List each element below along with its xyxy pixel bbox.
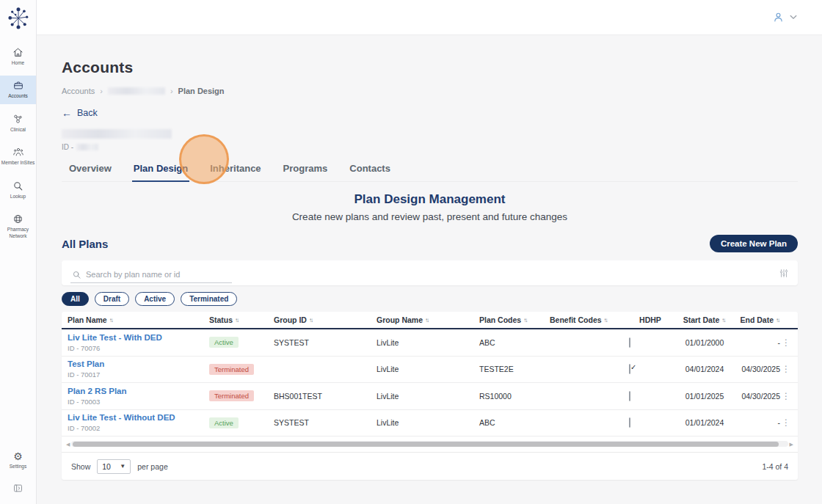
status-badge: Active (209, 337, 239, 348)
horizontal-scrollbar[interactable]: ◀ ▶ (66, 440, 793, 448)
sort-icon[interactable]: ↑↓ (523, 317, 528, 324)
show-label: Show (71, 462, 90, 471)
sidebar-item-label: Accounts (8, 93, 28, 99)
create-new-plan-button[interactable]: Create New Plan (710, 235, 798, 252)
sidebar-nav: Home Accounts Clinical Member InSites Lo… (0, 43, 36, 244)
row-menu-icon[interactable]: ⋮ (780, 418, 792, 427)
sort-icon[interactable]: ↑↓ (425, 317, 429, 324)
molecule-cluster-icon (12, 114, 23, 125)
hdhp-checkbox[interactable] (629, 391, 630, 401)
search-field[interactable] (70, 268, 232, 283)
section-heading: Plan Design Management (62, 192, 798, 207)
user-account-icon[interactable] (772, 11, 785, 23)
sidebar-item-label: Home (12, 60, 24, 66)
back-label: Back (77, 108, 98, 118)
sidebar-bottom: ⚙ Settings (0, 447, 36, 504)
sidebar-item-settings[interactable]: ⚙ Settings (0, 447, 36, 474)
col-plan-name: Plan Name (68, 315, 107, 324)
status-badge: Terminated (209, 364, 254, 375)
tab-inheritance[interactable]: Inheritance (208, 160, 262, 181)
hdhp-checkbox[interactable] (629, 417, 630, 428)
filter-chip-draft[interactable]: Draft (95, 292, 129, 306)
chevron-down-icon[interactable] (790, 15, 797, 20)
briefcase-icon (12, 80, 24, 91)
group-name-cell: LivLite (377, 392, 479, 401)
col-start-date: Start Date (683, 315, 720, 324)
pagination-bar: Show 10 ▼ per page 1-4 of 4 (62, 452, 798, 480)
breadcrumb-redacted-account[interactable] (108, 87, 165, 95)
filter-chip-all[interactable]: All (62, 292, 89, 306)
tab-plan-design[interactable]: Plan Design (132, 160, 189, 182)
section-subheading: Create new plans and review past, presen… (62, 211, 798, 222)
filter-sliders-icon[interactable] (779, 268, 789, 279)
plan-id: ID - 70002 (68, 424, 209, 432)
plan-name-link[interactable]: Plan 2 RS Plan (68, 387, 127, 395)
sidebar-item-clinical[interactable]: Clinical (0, 109, 36, 137)
breadcrumb: Accounts › › Plan Design (62, 87, 798, 95)
sidebar-item-accounts[interactable]: Accounts (0, 76, 36, 103)
plan-name-link[interactable]: Liv Lite Test - With DED (68, 333, 162, 342)
sort-icon[interactable]: ↑↓ (604, 317, 608, 324)
row-menu-icon[interactable]: ⋮ (780, 392, 792, 401)
plan-name-link[interactable]: Test Plan (68, 359, 104, 368)
row-menu-icon[interactable]: ⋮ (780, 338, 792, 347)
col-benefit-codes: Benefit Codes (550, 315, 602, 324)
sort-icon[interactable]: ↑↓ (309, 317, 313, 324)
all-plans-row: All Plans Create New Plan (62, 235, 798, 252)
sidebar-item-member-insites[interactable]: Member InSites (0, 142, 36, 170)
row-menu-icon[interactable]: ⋮ (780, 365, 792, 373)
col-hdhp: HDHP (639, 315, 661, 324)
tab-contacts[interactable]: Contacts (348, 160, 392, 181)
all-plans-title: All Plans (62, 238, 108, 250)
gear-icon: ⚙ (13, 451, 23, 461)
sidebar-item-home[interactable]: Home (0, 43, 36, 70)
col-group-id: Group ID (274, 315, 307, 324)
hdhp-checkbox[interactable] (629, 364, 630, 374)
breadcrumb-separator: › (170, 87, 173, 95)
hdhp-checkbox[interactable] (629, 337, 630, 348)
sort-icon[interactable]: ↑↓ (721, 317, 726, 324)
status-badge: Terminated (209, 390, 254, 401)
app-window: Home Accounts Clinical Member InSites Lo… (0, 0, 822, 504)
breadcrumb-current: Plan Design (178, 87, 225, 95)
sidebar-item-lookup[interactable]: Lookup (0, 176, 36, 204)
table-row: Test Plan ID - 70017 Terminated LivLite … (62, 357, 798, 384)
col-group-name: Group Name (377, 315, 423, 324)
back-button[interactable]: ← Back (62, 108, 98, 118)
plan-codes-cell: ABC (479, 338, 550, 347)
scroll-left-arrow-icon[interactable]: ◀ (66, 442, 70, 447)
page-content: Accounts Accounts › › Plan Design ← Back… (37, 35, 822, 504)
tab-overview[interactable]: Overview (68, 160, 113, 181)
sidebar-item-pharmacy-network[interactable]: Pharmacy Network (0, 209, 36, 244)
tab-bar: Overview Plan Design Inheritance Program… (62, 160, 798, 182)
scrollbar-track[interactable] (71, 441, 788, 447)
sidebar-collapse-button[interactable] (0, 478, 36, 498)
filter-chip-terminated[interactable]: Terminated (181, 292, 237, 306)
sort-icon[interactable]: ↑↓ (776, 317, 780, 324)
search-input[interactable] (86, 270, 230, 279)
table-header-row: Plan Name↑↓ Status↑↓ Group ID↑↓ Group Na… (62, 312, 798, 329)
account-id: ID - (62, 143, 798, 151)
scrollbar-thumb[interactable] (73, 442, 779, 447)
sidebar-item-label: Clinical (10, 127, 26, 133)
plan-name-link[interactable]: Liv Lite Test - Without DED (68, 413, 175, 422)
sidebar: Home Accounts Clinical Member InSites Lo… (0, 0, 37, 504)
breadcrumb-root[interactable]: Accounts (62, 87, 95, 95)
sort-icon[interactable]: ↑↓ (235, 317, 239, 324)
col-status: Status (209, 315, 233, 324)
plan-id: ID - 70017 (68, 370, 209, 379)
tab-programs[interactable]: Programs (282, 160, 330, 181)
sidebar-item-label: Settings (10, 464, 27, 470)
account-id-prefix: ID - (62, 143, 73, 151)
sidebar-item-label: Pharmacy Network (1, 227, 35, 239)
filter-chip-active[interactable]: Active (135, 292, 175, 306)
search-card (62, 260, 798, 285)
app-logo[interactable] (0, 0, 36, 35)
per-page-select[interactable]: 10 ▼ (97, 459, 131, 474)
start-date-cell: 01/01/2000 (672, 338, 738, 347)
sort-icon[interactable]: ↑↓ (109, 317, 114, 324)
per-page-label: per page (137, 462, 167, 471)
col-plan-codes: Plan Codes (479, 315, 521, 324)
scroll-right-arrow-icon[interactable]: ▶ (790, 442, 793, 447)
select-caret-icon: ▼ (120, 463, 126, 470)
